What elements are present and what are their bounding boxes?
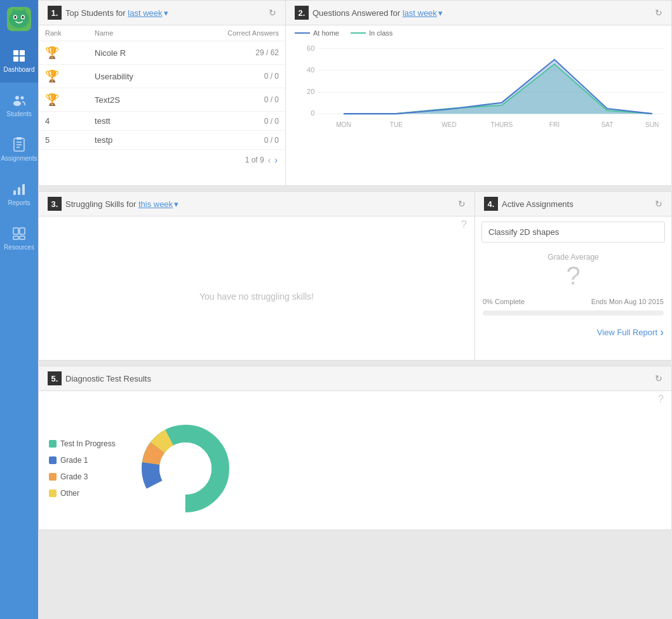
sidebar-item-students[interactable]: Students	[0, 83, 38, 127]
legend-grade-3: Grade 3	[49, 472, 116, 481]
sidebar-item-assignments[interactable]: Assignments	[0, 127, 38, 171]
pagination-info: 1 of 9	[245, 156, 264, 164]
active-assignments-header: 4. Active Assignments ↻	[475, 192, 671, 216]
struggling-header: 3. Struggling Skills for this week ▾ ↻	[39, 192, 474, 216]
bottom-row: 5. Diagnostic Test Results ↻ ? Test In P…	[38, 366, 672, 543]
active-assignments-refresh-icon[interactable]: ↻	[655, 199, 662, 209]
students-table: Rank Name Correct Answers 🏆Nicole R29 / …	[39, 25, 285, 150]
diagnostic-help-icon[interactable]: ?	[658, 394, 664, 404]
legend-test-in-progress: Test In Progress	[49, 439, 116, 448]
svg-rect-10	[20, 57, 25, 62]
questions-refresh-icon[interactable]: ↻	[655, 8, 662, 18]
sidebar-item-resources-label: Resources	[4, 244, 34, 251]
col-correct: Correct Answers	[176, 25, 285, 41]
section-number-1: 1.	[48, 6, 62, 20]
correct-cell: 0 / 0	[176, 88, 285, 112]
svg-point-3	[15, 16, 17, 18]
table-row: 🏆Text2S0 / 0	[39, 88, 285, 112]
app-logo-icon	[7, 7, 31, 31]
rank-cell: 4	[39, 112, 88, 131]
sidebar-item-resources[interactable]: Resources	[0, 216, 38, 260]
pagination: 1 of 9 ‹ ›	[39, 150, 285, 170]
svg-rect-21	[22, 184, 25, 195]
struggling-skills-panel: 3. Struggling Skills for this week ▾ ↻ ?…	[38, 191, 475, 361]
questions-answered-panel: 2. Questions Answered for last week ▾ ↻ …	[286, 0, 672, 186]
svg-text:TUE: TUE	[390, 121, 403, 128]
sidebar-item-reports[interactable]: Reports	[0, 171, 38, 216]
section-number-5: 5.	[48, 371, 62, 385]
questions-title: Questions Answered for	[312, 8, 400, 18]
svg-rect-24	[13, 236, 18, 239]
top-students-refresh-icon[interactable]: ↻	[269, 8, 276, 18]
sidebar-item-dashboard-label: Dashboard	[4, 66, 35, 73]
rank-cell: 🏆	[39, 65, 88, 88]
svg-rect-7	[13, 50, 18, 55]
view-report-arrow-icon: ›	[660, 326, 664, 339]
legend-dot-test-in-progress	[49, 440, 57, 448]
questions-period[interactable]: last week	[403, 8, 437, 18]
sidebar-logo	[0, 0, 38, 38]
svg-text:WED: WED	[441, 121, 457, 128]
struggling-period[interactable]: this week	[138, 199, 173, 209]
legend-label-test-in-progress: Test In Progress	[60, 439, 116, 448]
progress-bar	[483, 310, 664, 316]
no-skills-message: You have no struggling skills!	[39, 233, 474, 360]
questions-period-caret[interactable]: ▾	[438, 8, 443, 18]
next-page-arrow[interactable]: ›	[274, 155, 278, 165]
name-cell: Text2S	[88, 88, 176, 112]
svg-rect-22	[13, 228, 18, 234]
main-content: 1. Top Students for last week ▾ ↻ Rank N…	[38, 0, 672, 619]
name-cell: Userability	[88, 65, 176, 88]
section-number-3: 3.	[48, 197, 62, 211]
svg-rect-18	[17, 137, 22, 140]
struggling-help-icon[interactable]: ?	[461, 219, 467, 230]
correct-cell: 0 / 0	[176, 65, 285, 88]
table-row: 🏆Nicole R29 / 62	[39, 41, 285, 65]
legend-in-class-label: In class	[369, 29, 393, 37]
correct-cell: 29 / 62	[176, 41, 285, 65]
questions-header: 2. Questions Answered for last week ▾ ↻	[286, 1, 671, 25]
correct-cell: 0 / 0	[176, 131, 285, 150]
top-students-title: Top Students for	[65, 8, 126, 18]
view-full-report-link[interactable]: View Full Report ›	[475, 321, 671, 344]
assignment-select[interactable]: Classify 2D shapes	[481, 222, 665, 243]
diagnostic-header: 5. Diagnostic Test Results ↻	[39, 366, 671, 391]
struggling-period-caret[interactable]: ▾	[174, 199, 178, 209]
top-students-header: 1. Top Students for last week ▾ ↻	[39, 1, 285, 25]
legend-grade-1: Grade 1	[49, 456, 116, 465]
top-students-period-caret[interactable]: ▾	[164, 8, 168, 18]
col-name: Name	[88, 25, 176, 41]
svg-text:MON: MON	[336, 121, 351, 128]
prev-page-arrow[interactable]: ‹	[268, 155, 271, 165]
svg-text:THURS: THURS	[491, 121, 513, 128]
svg-text:60: 60	[307, 44, 314, 52]
svg-text:0: 0	[311, 109, 314, 117]
sidebar-item-assignments-label: Assignments	[1, 155, 37, 162]
top-students-period[interactable]: last week	[128, 8, 162, 18]
end-date: Ends Mon Aug 10 2015	[591, 298, 664, 305]
svg-rect-19	[13, 190, 16, 195]
diagnostic-refresh-icon[interactable]: ↻	[655, 373, 662, 383]
sidebar-item-dashboard[interactable]: Dashboard	[0, 38, 38, 83]
legend-at-home: At home	[295, 29, 339, 37]
svg-point-0	[9, 10, 29, 28]
svg-rect-6	[23, 9, 25, 13]
svg-point-11	[15, 96, 19, 100]
legend-at-home-label: At home	[313, 29, 339, 37]
section-number-4: 4.	[484, 197, 498, 211]
trophy-gold-icon: 🏆	[45, 46, 59, 59]
name-cell: testp	[88, 131, 176, 150]
struggling-refresh-icon[interactable]: ↻	[458, 199, 466, 209]
svg-point-4	[22, 16, 24, 18]
legend-label-grade3: Grade 3	[60, 472, 88, 481]
legend-in-class: In class	[351, 29, 393, 37]
complete-pct: 0% Complete	[483, 298, 525, 305]
chart-area: 60 40 20 0 MON TUE WED THURS FRI SAT SUN	[286, 39, 671, 185]
table-row: 4testt0 / 0	[39, 112, 285, 131]
sidebar-item-reports-label: Reports	[8, 199, 30, 206]
diagnostic-panel: 5. Diagnostic Test Results ↻ ? Test In P…	[38, 366, 672, 530]
svg-rect-23	[20, 228, 25, 234]
questions-title-area: 2. Questions Answered for last week ▾	[295, 6, 443, 20]
diagnostic-title-area: 5. Diagnostic Test Results	[48, 371, 151, 385]
svg-point-13	[13, 101, 21, 106]
